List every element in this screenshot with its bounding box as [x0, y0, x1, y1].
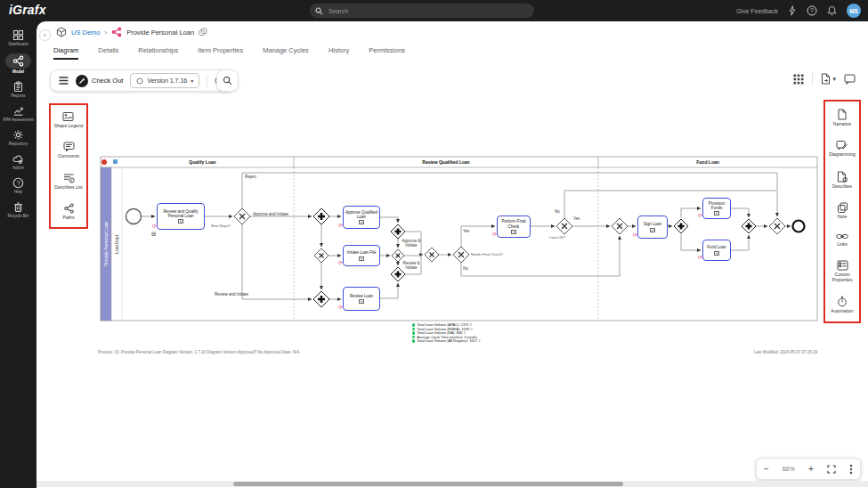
- describes-button[interactable]: Describes: [832, 171, 852, 190]
- describes-list-icon: [63, 173, 75, 183]
- help-icon[interactable]: ?: [807, 5, 817, 16]
- repository-gear-icon: [12, 129, 24, 141]
- start-event[interactable]: [126, 209, 142, 224]
- versions-icon[interactable]: [199, 28, 207, 37]
- task-perform-final-check[interactable]: Perform Final Check+ ⟳: [497, 216, 531, 238]
- comments-button[interactable]: Comments: [58, 142, 79, 159]
- zoom-controls: − 66% +: [756, 458, 861, 480]
- fullscreen-icon[interactable]: [827, 465, 836, 474]
- diagram-toolbar: Check Out Version 1.7.16 ▾ i: [50, 69, 233, 92]
- chevron-down-icon[interactable]: ▾: [832, 76, 836, 83]
- cycle-icon: ⟳: [698, 213, 702, 218]
- pool-title: Provide Personal Loan: [101, 167, 111, 321]
- task-review-and-qualify[interactable]: Review and Qualify Personal Loan+ ⟳▤: [157, 203, 205, 230]
- subprocess-marker: +: [359, 299, 364, 304]
- breadcrumb-separator: ›: [105, 28, 108, 37]
- describes-list-button[interactable]: Describes List: [54, 173, 82, 191]
- tab-relationships[interactable]: Relationships: [138, 46, 178, 60]
- shape-legend-button[interactable]: Shape Legend: [54, 111, 84, 129]
- global-search[interactable]: [310, 4, 534, 18]
- lightning-icon[interactable]: [788, 5, 797, 16]
- tab-item-properties[interactable]: Item Properties: [198, 46, 243, 60]
- legend-dot: [412, 339, 415, 342]
- hamburger-menu-icon[interactable]: [59, 77, 69, 85]
- tab-details[interactable]: Details: [98, 46, 118, 60]
- rpa-chart-icon: [12, 105, 24, 117]
- diagram-status-right: Last Modified: 2024-05-07 07:26:29: [754, 350, 817, 354]
- flow-label-yes-mid: Yes: [573, 217, 580, 222]
- check-out-button[interactable]: Check Out: [76, 75, 123, 87]
- custom-properties-button[interactable]: Custom Properties: [827, 260, 857, 283]
- flow-label-approve-and-initiate: Approve and Initiate: [253, 213, 288, 217]
- lane-header-qualify-loan: Qualify Loan: [111, 157, 294, 167]
- breadcrumb-root-link[interactable]: US Demo: [71, 28, 101, 37]
- chevron-down-icon: ▾: [191, 77, 193, 84]
- legend-dot: [412, 336, 415, 338]
- task-fund-loan[interactable]: Fund Loan+ ⟳: [702, 240, 731, 261]
- task-sign-loan[interactable]: Sign Loan+ ⟳: [637, 216, 668, 239]
- scrollbar-thumb[interactable]: [233, 482, 623, 486]
- tab-manage-cycles[interactable]: Manage Cycles: [263, 46, 309, 60]
- kebab-menu-icon[interactable]: [849, 464, 853, 475]
- custom-properties-list-icon: [837, 260, 848, 271]
- model-pink-icon: [111, 27, 122, 37]
- grid-view-icon[interactable]: [793, 74, 804, 85]
- zoom-in-button[interactable]: +: [808, 465, 814, 474]
- comments-bubble-icon: [63, 142, 75, 152]
- sidebar-item-recycle-bin[interactable]: Recycle Bin: [0, 201, 37, 219]
- tab-diagram[interactable]: Diagram: [53, 46, 78, 60]
- tab-history[interactable]: History: [329, 46, 349, 60]
- app-window: iGrafx Give Feedback ? MS: [0, 0, 868, 488]
- export-document-icon[interactable]: ▾: [821, 73, 836, 85]
- notifications-bell-icon[interactable]: [827, 5, 837, 16]
- task-provision-funds[interactable]: Provision Funds+ ⟳: [702, 198, 731, 219]
- task-review-loan[interactable]: Review Loan+ ⟳: [343, 287, 380, 311]
- sidebar-item-admin[interactable]: Admin: [0, 153, 37, 171]
- trash-icon: [12, 201, 24, 213]
- user-avatar[interactable]: MS: [847, 4, 861, 18]
- comment-bubble-icon[interactable]: [844, 74, 856, 85]
- collapse-panel-button[interactable]: ›: [39, 29, 51, 41]
- lane-header-fund-loan: Fund Loan: [598, 157, 817, 167]
- sidebar-item-help[interactable]: ? Help: [0, 177, 37, 195]
- describes-document-icon: [837, 171, 848, 183]
- zoom-level: 66%: [783, 466, 795, 472]
- flow-label-yes-upper: Yes: [463, 230, 469, 234]
- flow-label-reject: Reject: [245, 175, 256, 180]
- view-tools-divider: [812, 72, 813, 85]
- zoom-out-button[interactable]: −: [764, 465, 769, 474]
- view-tools: ▾: [793, 72, 856, 85]
- end-event[interactable]: [793, 221, 805, 232]
- flow-label-review-and-initiate: Review and Initiate: [215, 293, 248, 297]
- diagramming-button[interactable]: Diagramming: [829, 140, 856, 158]
- sidebar-item-repository[interactable]: Repository: [0, 129, 37, 147]
- flow-label-next-steps: Next Steps?: [211, 224, 231, 228]
- sidebar-item-dashboard[interactable]: Dashboard: [0, 29, 37, 47]
- bpmn-diagram-canvas[interactable]: Qualify Loan Review Qualified Loan Fund …: [96, 153, 819, 360]
- svg-text:?: ?: [810, 7, 814, 13]
- subprocess-marker: +: [714, 211, 719, 216]
- tab-bar: Diagram Details Relationships Item Prope…: [53, 46, 405, 60]
- cycle-icon: ⟳: [152, 224, 157, 229]
- diagram-search-button[interactable]: [216, 69, 239, 92]
- horizontal-scrollbar[interactable]: [37, 481, 868, 487]
- task-approve-qualified-loan[interactable]: Approve Qualified Loan+ ⟳: [343, 206, 380, 229]
- version-select[interactable]: Version 1.7.16 ▾: [130, 73, 199, 88]
- narrative-button[interactable]: Narrative: [833, 109, 851, 127]
- links-button[interactable]: Links: [836, 232, 848, 248]
- legend-dot: [412, 323, 415, 326]
- note-button[interactable]: Note: [837, 202, 848, 220]
- sidebar-item-rpa-assessment[interactable]: RPA Assessment: [0, 105, 37, 123]
- subprocess-marker: +: [359, 256, 364, 261]
- tab-permissions[interactable]: Permissions: [369, 46, 405, 60]
- subprocess-marker: +: [359, 220, 364, 224]
- give-feedback-link[interactable]: Give Feedback: [736, 8, 778, 14]
- automation-button[interactable]: Automation: [831, 296, 853, 314]
- sidebar-item-reports[interactable]: Reports: [0, 81, 37, 99]
- search-input[interactable]: [327, 7, 505, 15]
- sidebar-item-model[interactable]: Model: [0, 53, 37, 75]
- subprocess-marker: +: [650, 228, 655, 232]
- paths-button[interactable]: Paths: [63, 203, 75, 221]
- task-initiate-loan-file[interactable]: Initiate Loan File+ ⟳: [343, 245, 380, 266]
- cycle-icon: ⟳: [633, 232, 637, 238]
